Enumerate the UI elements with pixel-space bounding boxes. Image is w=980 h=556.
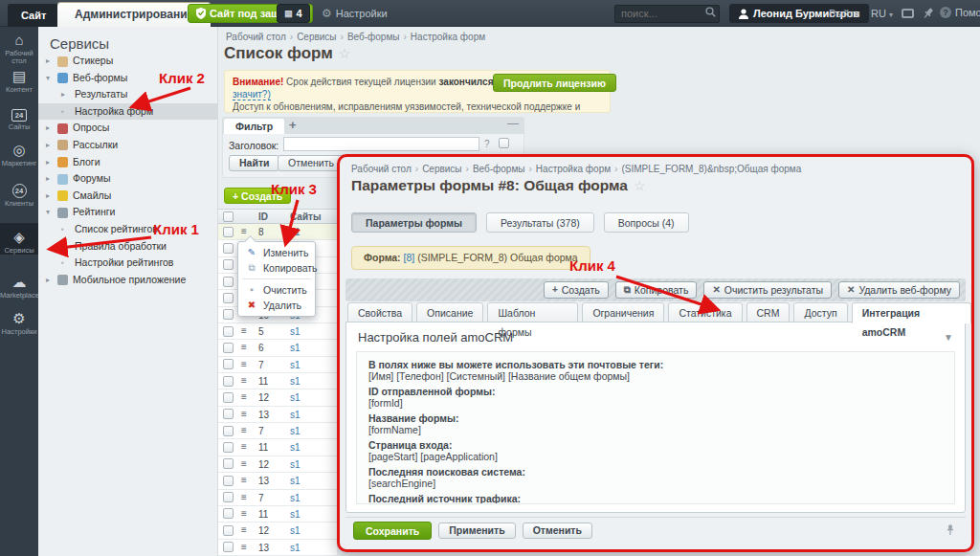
menu-item-8[interactable]: ▸Форумы [38, 170, 218, 188]
breadcrumb-item[interactable]: Веб-формы [347, 32, 400, 42]
toolbar-button-2[interactable]: ⧉Копировать [615, 281, 698, 299]
row-site-link[interactable]: s1 [290, 543, 301, 553]
table-row[interactable]: ≡12s1 [218, 389, 337, 406]
row-checkbox[interactable] [223, 259, 234, 270]
table-row[interactable]: ≡7s1 [218, 490, 337, 506]
row-menu-button[interactable]: ≡ [241, 441, 247, 452]
row-checkbox[interactable] [223, 227, 234, 237]
row-checkbox[interactable] [223, 426, 234, 436]
row-site-link[interactable]: s1 [290, 326, 301, 337]
table-row[interactable]: ≡6s1 [218, 340, 337, 356]
table-row[interactable]: ≡12s1 [218, 456, 337, 473]
menu-item-14[interactable]: ▸Мобильное приложение [38, 272, 218, 289]
row-menu-button[interactable]: ≡ [241, 508, 247, 519]
pin-icon[interactable] [923, 7, 935, 20]
collapse-section-icon[interactable]: ▼ [944, 332, 953, 343]
row-checkbox[interactable] [223, 343, 234, 353]
sidebar-item-1[interactable]: ⌂Рабочий стол [0, 32, 38, 65]
tab-site[interactable]: Сайт [8, 4, 59, 27]
find-button[interactable]: Найти [229, 155, 279, 171]
menu-item-4[interactable]: ▪Настройка форм [38, 103, 218, 121]
menu-item-10[interactable]: ▾Рейтинги [38, 204, 218, 221]
cancel-button[interactable]: Отменить [523, 523, 592, 539]
row-menu-button[interactable]: ≡ [241, 492, 247, 502]
tab-settings-5[interactable]: Статистика [668, 302, 742, 322]
breadcrumb-item[interactable]: Веб-формы [473, 164, 525, 174]
menu-item-6[interactable]: ▸Рассылки [38, 137, 218, 154]
tab-settings-8[interactable]: Интеграция amoCRM [852, 302, 971, 323]
column-header-sites[interactable]: Сайты [290, 211, 322, 222]
tab-settings-2[interactable]: Описание [416, 302, 483, 322]
menu-item-1[interactable]: ▸Стикеры [38, 53, 218, 70]
apply-button[interactable]: Применить [438, 523, 515, 539]
tab-settings-3[interactable]: Шаблон формы [487, 302, 578, 322]
sidebar-item-4[interactable]: ◎Маркетинг [0, 142, 38, 167]
row-site-link[interactable]: s1 [290, 376, 301, 387]
logout-link[interactable]: Выйти [829, 8, 860, 19]
menu-item-7[interactable]: ▸Блоги [38, 154, 218, 171]
row-checkbox[interactable] [223, 409, 234, 419]
sidebar-item-7[interactable]: ☁Marketplace [0, 274, 38, 300]
filter-checkbox[interactable] [499, 138, 509, 148]
row-menu-button[interactable]: ≡ [241, 342, 247, 352]
menu-item-13[interactable]: ▪Настройки рейтингов [38, 255, 218, 272]
row-checkbox[interactable] [223, 326, 234, 337]
desktop-view-icon[interactable] [902, 9, 914, 18]
help-button[interactable]: ? Помощь [940, 7, 980, 18]
row-site-link[interactable]: s1 [290, 525, 301, 536]
row-menu-button[interactable]: ≡ [241, 524, 247, 535]
row-checkbox[interactable] [223, 442, 234, 453]
menu-item-9[interactable]: ▸Смайлы [38, 188, 218, 205]
row-menu-button[interactable]: ≡ [241, 458, 247, 469]
row-site-link[interactable]: s1 [290, 360, 301, 370]
breadcrumb-item[interactable]: Настройка форм [411, 32, 485, 42]
favorite-star-icon[interactable]: ☆ [339, 46, 351, 61]
select-all-checkbox[interactable] [223, 211, 234, 222]
menu-item-5[interactable]: ▸Опросы [38, 120, 218, 137]
sidebar-item-6[interactable]: ◈Сервисы [0, 223, 38, 255]
row-site-link[interactable]: s1 [290, 227, 301, 237]
row-menu-button[interactable]: ≡ [241, 226, 247, 236]
row-checkbox[interactable] [223, 277, 234, 287]
row-menu-button[interactable]: ≡ [241, 542, 247, 552]
menu-item-12[interactable]: ▪Правила обработки [38, 238, 218, 256]
minimize-filter-icon[interactable]: — [507, 117, 519, 130]
notifications-badge[interactable]: ▤ 4 [277, 4, 310, 23]
context-menu-item[interactable]: ⧉Копировать [238, 260, 315, 276]
search-input[interactable] [614, 5, 720, 23]
row-site-link[interactable]: s1 [290, 509, 301, 520]
row-menu-button[interactable]: ≡ [241, 409, 247, 419]
row-site-link[interactable]: s1 [290, 493, 301, 503]
row-checkbox[interactable] [223, 508, 234, 519]
menu-item-2[interactable]: ▾Веб-формы [38, 70, 218, 87]
context-menu-item[interactable]: ✎Изменить [238, 245, 315, 260]
table-row[interactable]: ≡8s1 [218, 224, 337, 240]
save-button[interactable]: Сохранить [353, 522, 432, 540]
sidebar-item-2[interactable]: ▤Контент [0, 68, 38, 94]
add-filter-tab-button[interactable]: + [281, 118, 304, 132]
table-row[interactable]: ≡11s1 [218, 506, 337, 523]
context-menu-item[interactable]: ✖Удалить [238, 298, 315, 313]
search-icon[interactable] [705, 7, 716, 17]
row-checkbox[interactable] [223, 392, 234, 403]
filter-tab[interactable]: Фильтр [224, 119, 284, 134]
tab-form-params[interactable]: Параметры формы [351, 212, 477, 233]
sidebar-item-8[interactable]: ⚙Настройки [0, 310, 38, 336]
row-site-link[interactable]: s1 [290, 426, 301, 436]
context-menu-item[interactable]: ▪Очистить [238, 282, 315, 298]
row-checkbox[interactable] [223, 525, 234, 536]
breadcrumb-item[interactable]: Настройка форм [536, 164, 611, 174]
row-menu-button[interactable]: ≡ [241, 375, 247, 386]
row-checkbox[interactable] [223, 458, 234, 469]
breadcrumb-item[interactable]: Сервисы [297, 32, 336, 42]
breadcrumb-item[interactable]: (SIMPLE_FORM_8)&nbsp;Общая форма [621, 164, 801, 174]
table-row[interactable]: ≡13s1 [218, 540, 337, 556]
row-site-link[interactable]: s1 [290, 476, 301, 486]
row-site-link[interactable]: s1 [290, 459, 301, 470]
tab-results[interactable]: Результаты (378) [486, 212, 594, 233]
create-form-button[interactable]: + Создать [224, 188, 291, 204]
row-checkbox[interactable] [223, 376, 234, 387]
table-row[interactable]: ≡12s1 [218, 523, 337, 539]
filter-title-input[interactable] [283, 137, 479, 151]
pin-icon[interactable] [945, 523, 956, 537]
